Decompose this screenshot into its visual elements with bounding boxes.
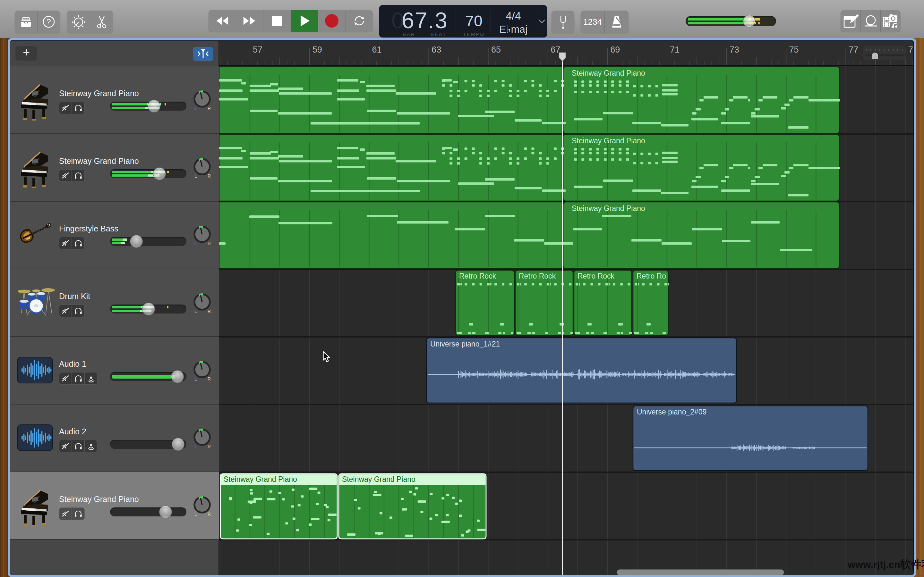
- svg-text:L: L: [194, 106, 197, 111]
- svg-text:Steinway Grand Piano: Steinway Grand Piano: [224, 475, 297, 484]
- svg-text:63: 63: [431, 45, 441, 55]
- svg-text:65: 65: [491, 45, 501, 55]
- svg-text:79: 79: [908, 45, 913, 55]
- svg-text:Universe piano_2#09: Universe piano_2#09: [637, 408, 706, 416]
- svg-text:69: 69: [610, 45, 620, 55]
- svg-text:Universe piano_1#21: Universe piano_1#21: [430, 340, 500, 348]
- svg-text:R: R: [208, 309, 211, 314]
- svg-text:77: 77: [849, 45, 858, 55]
- svg-text:L: L: [194, 512, 197, 517]
- svg-text:Retro Rock: Retro Rock: [577, 272, 615, 280]
- svg-text:L: L: [194, 444, 197, 449]
- svg-text:73: 73: [730, 45, 739, 55]
- svg-text:Retro Ro: Retro Ro: [636, 272, 666, 280]
- svg-text:Retro Rock: Retro Rock: [519, 272, 556, 280]
- svg-text:75: 75: [789, 45, 799, 55]
- svg-text:R: R: [208, 106, 211, 111]
- svg-text:R: R: [208, 173, 211, 179]
- svg-text:?: ?: [47, 17, 51, 26]
- svg-text:L: L: [194, 376, 197, 382]
- svg-text:Retro Rock: Retro Rock: [459, 272, 496, 280]
- svg-text:Steinway Grand Piano: Steinway Grand Piano: [572, 204, 645, 213]
- svg-text:59: 59: [312, 45, 322, 55]
- svg-text:Steinway Grand Piano: Steinway Grand Piano: [342, 475, 415, 484]
- svg-text:Steinway Grand Piano: Steinway Grand Piano: [572, 69, 645, 77]
- svg-text:57: 57: [253, 45, 262, 55]
- svg-text:R: R: [208, 241, 211, 246]
- svg-text:R: R: [208, 444, 211, 449]
- svg-text:R: R: [208, 512, 211, 517]
- svg-text:Steinway Grand Piano: Steinway Grand Piano: [572, 137, 645, 145]
- svg-text:61: 61: [372, 45, 381, 55]
- svg-text:R: R: [208, 376, 211, 382]
- svg-text:71: 71: [670, 45, 680, 55]
- svg-text:L: L: [194, 241, 197, 246]
- svg-text:L: L: [194, 173, 197, 179]
- svg-text:L: L: [194, 309, 197, 314]
